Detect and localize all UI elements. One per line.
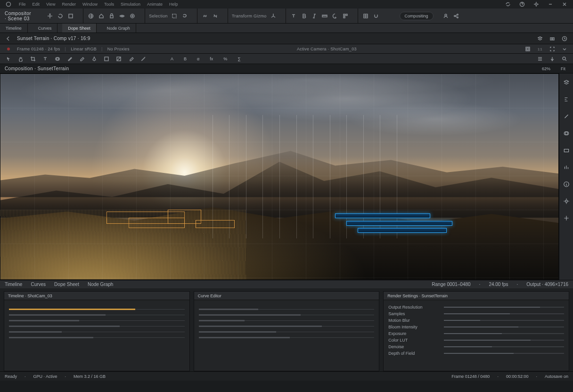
property-slider[interactable] bbox=[444, 320, 564, 321]
track[interactable] bbox=[199, 337, 375, 338]
text-icon[interactable] bbox=[290, 12, 297, 20]
hand-icon[interactable] bbox=[17, 55, 25, 63]
lasso-icon[interactable] bbox=[181, 12, 188, 20]
mode-sum[interactable]: ∑ bbox=[235, 55, 243, 63]
mask-icon[interactable] bbox=[54, 55, 61, 63]
camera-icon[interactable] bbox=[548, 35, 556, 42]
track[interactable] bbox=[9, 326, 185, 327]
eraser-icon[interactable] bbox=[78, 55, 86, 63]
expand-icon[interactable] bbox=[548, 45, 556, 53]
lock-icon[interactable] bbox=[108, 12, 115, 20]
pin-icon[interactable] bbox=[548, 55, 556, 63]
strip-curves[interactable]: Curves bbox=[31, 282, 46, 287]
shape-icon[interactable] bbox=[103, 55, 110, 63]
menu-file[interactable]: File bbox=[19, 2, 26, 7]
axis-icon[interactable] bbox=[270, 12, 277, 20]
scale-icon[interactable] bbox=[67, 12, 74, 20]
measure-icon[interactable] bbox=[139, 55, 147, 63]
track[interactable] bbox=[199, 326, 375, 327]
zoom-100-icon[interactable]: 1:1 bbox=[536, 45, 544, 53]
rect-select-icon[interactable] bbox=[171, 12, 178, 20]
tab-node[interactable]: Node Graph bbox=[101, 24, 136, 33]
property-slider[interactable] bbox=[444, 340, 564, 341]
home-icon[interactable] bbox=[98, 12, 105, 20]
track-bar[interactable] bbox=[358, 228, 447, 233]
rail-plus-icon[interactable] bbox=[562, 214, 571, 222]
chevron-left-icon[interactable] bbox=[5, 35, 12, 42]
gradient-icon[interactable] bbox=[115, 55, 123, 63]
selection-box[interactable] bbox=[196, 220, 235, 228]
rail-fx-icon[interactable] bbox=[562, 95, 571, 104]
eye-icon[interactable] bbox=[118, 12, 126, 20]
menu-view[interactable]: View bbox=[46, 2, 55, 7]
zoom-readout[interactable]: 62% bbox=[539, 65, 553, 73]
track[interactable] bbox=[199, 320, 375, 321]
settings-icon[interactable] bbox=[532, 0, 540, 8]
strip-node[interactable]: Node Graph bbox=[88, 282, 113, 287]
user-icon[interactable] bbox=[443, 12, 449, 20]
track[interactable] bbox=[199, 332, 375, 332]
property-row[interactable]: Denoise bbox=[388, 343, 564, 350]
viewport[interactable] bbox=[0, 74, 559, 280]
strip-timeline[interactable]: Timeline bbox=[5, 282, 22, 287]
grid-icon[interactable] bbox=[362, 12, 369, 20]
pointer-icon[interactable] bbox=[5, 55, 12, 63]
rail-brush-icon[interactable] bbox=[562, 112, 571, 121]
rail-histogram-icon[interactable] bbox=[562, 163, 571, 172]
chevron-down-icon[interactable] bbox=[561, 45, 568, 53]
share-icon[interactable] bbox=[453, 12, 459, 20]
tab-curves[interactable]: Curves bbox=[33, 24, 58, 33]
rail-info-icon[interactable] bbox=[562, 180, 571, 188]
track[interactable] bbox=[9, 337, 185, 338]
panel-body[interactable]: Output ResolutionSamplesMotion BlurBloom… bbox=[384, 300, 569, 371]
snap-icon[interactable] bbox=[372, 12, 380, 20]
swatch-icon[interactable] bbox=[342, 12, 349, 20]
rail-mask-icon[interactable] bbox=[562, 129, 571, 138]
crop-icon[interactable] bbox=[29, 55, 37, 63]
panel-body[interactable] bbox=[4, 300, 189, 371]
property-row[interactable]: Output Resolution bbox=[388, 304, 564, 310]
property-slider[interactable] bbox=[444, 353, 564, 354]
property-slider[interactable] bbox=[444, 346, 564, 347]
property-row[interactable]: Samples bbox=[388, 310, 564, 317]
mode-alpha[interactable]: α bbox=[194, 55, 202, 63]
palette-icon[interactable] bbox=[331, 12, 339, 20]
track[interactable] bbox=[199, 315, 375, 315]
rotate-icon[interactable] bbox=[57, 12, 64, 20]
workspace-pill[interactable]: Compositing bbox=[400, 12, 434, 20]
track[interactable] bbox=[9, 309, 185, 310]
minimize-icon[interactable] bbox=[547, 0, 554, 8]
ruler-icon[interactable] bbox=[321, 12, 328, 20]
help-icon[interactable] bbox=[518, 0, 526, 8]
link-icon[interactable] bbox=[201, 12, 209, 20]
property-slider[interactable] bbox=[444, 307, 564, 308]
track[interactable] bbox=[199, 309, 375, 310]
menu-tools[interactable]: Tools bbox=[104, 2, 114, 7]
globe-icon[interactable] bbox=[87, 12, 95, 20]
track[interactable] bbox=[9, 320, 185, 321]
eyedrop-icon[interactable] bbox=[127, 55, 135, 63]
property-row[interactable]: Bloom Intensity bbox=[388, 324, 564, 330]
property-row[interactable]: Depth of Field bbox=[388, 350, 564, 357]
stack-icon[interactable] bbox=[536, 55, 544, 63]
property-slider[interactable] bbox=[444, 333, 564, 334]
menu-edit[interactable]: Edit bbox=[33, 2, 40, 7]
tab-layout[interactable]: Timeline bbox=[0, 24, 28, 33]
brush-icon[interactable] bbox=[66, 55, 74, 63]
track[interactable] bbox=[9, 332, 185, 332]
record-icon[interactable] bbox=[5, 45, 12, 53]
property-slider[interactable] bbox=[444, 313, 564, 314]
rail-camera-icon[interactable] bbox=[562, 146, 571, 155]
mode-pct[interactable]: % bbox=[221, 55, 230, 63]
layers-icon[interactable] bbox=[536, 35, 544, 42]
fit-button[interactable]: Fit bbox=[558, 65, 568, 73]
menu-render[interactable]: Render bbox=[62, 2, 76, 7]
menu-sim[interactable]: Simulation bbox=[121, 2, 140, 7]
menu-help[interactable]: Help bbox=[169, 2, 178, 7]
sync-icon[interactable] bbox=[504, 0, 512, 8]
track[interactable] bbox=[9, 315, 185, 315]
property-slider[interactable] bbox=[444, 327, 564, 327]
mode-a[interactable]: A bbox=[168, 55, 176, 63]
close-icon[interactable] bbox=[561, 0, 568, 8]
bold-icon[interactable] bbox=[300, 12, 308, 20]
